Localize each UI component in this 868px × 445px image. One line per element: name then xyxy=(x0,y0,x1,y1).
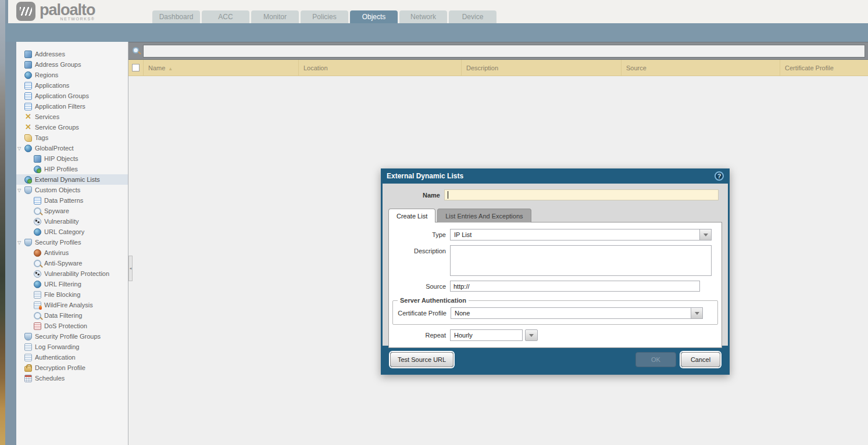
sidebar-item-service-groups[interactable]: Service Groups xyxy=(16,122,128,132)
dialog-tab-create-list[interactable]: Create List xyxy=(388,209,435,222)
column-header-certificate-profile[interactable]: Certificate Profile xyxy=(780,60,868,76)
certificate-profile-select[interactable]: None xyxy=(451,307,703,319)
sidebar-item-services[interactable]: Services xyxy=(16,112,128,122)
background-photo xyxy=(0,0,5,445)
sidebar-item-spyware[interactable]: Spyware xyxy=(16,206,128,216)
sidebar-item-decryption-profile[interactable]: Decryption Profile xyxy=(16,363,128,373)
sidebar-item-regions[interactable]: Regions xyxy=(16,70,128,80)
repeat-label: Repeat xyxy=(389,329,450,341)
source-label: Source xyxy=(389,281,450,292)
certificate-profile-dropdown-button[interactable] xyxy=(691,308,702,318)
external-dynamic-lists-icon xyxy=(24,176,32,184)
name-input[interactable] xyxy=(444,189,719,200)
sidebar-item-log-forwarding[interactable]: Log Forwarding xyxy=(16,342,128,352)
logo-text: paloalto xyxy=(40,2,95,18)
sidebar-item-globalprotect[interactable]: ▽GlobalProtect xyxy=(16,143,128,153)
data-patterns-icon xyxy=(34,197,41,204)
sidebar-item-label: DoS Protection xyxy=(44,322,87,329)
sidebar-item-wildfire-analysis[interactable]: WildFire Analysis xyxy=(16,300,128,310)
source-input[interactable]: http:// xyxy=(450,281,700,292)
sidebar-item-data-patterns[interactable]: Data Patterns xyxy=(16,195,128,206)
sidebar-item-application-filters[interactable]: Application Filters xyxy=(16,101,128,112)
sidebar-item-url-filtering[interactable]: URL Filtering xyxy=(16,279,128,289)
type-select[interactable]: IP List xyxy=(450,229,712,241)
sidebar-item-address-groups[interactable]: Address Groups xyxy=(16,59,128,70)
sidebar-item-file-blocking[interactable]: File Blocking xyxy=(16,289,128,300)
search-input[interactable] xyxy=(143,45,865,58)
tab-policies[interactable]: Policies xyxy=(301,10,348,23)
sidebar-item-label: Log Forwarding xyxy=(35,343,79,350)
sidebar-item-authentication[interactable]: Authentication xyxy=(16,352,128,363)
sidebar-item-addresses[interactable]: Addresses xyxy=(16,49,128,59)
expander-icon[interactable]: ▽ xyxy=(17,240,24,245)
column-header-description[interactable]: Description xyxy=(462,60,621,76)
tab-objects[interactable]: Objects xyxy=(350,10,398,23)
expander-icon[interactable]: ▽ xyxy=(17,188,24,193)
schedules-icon xyxy=(24,375,32,382)
sidebar-item-external-dynamic-lists[interactable]: External Dynamic Lists xyxy=(16,174,128,185)
repeat-dropdown-button[interactable] xyxy=(525,329,538,341)
select-all-cell xyxy=(128,60,144,76)
sidebar-item-antivirus[interactable]: Antivirus xyxy=(16,247,128,258)
expander-icon[interactable]: ▽ xyxy=(17,146,24,151)
logo-subtext: NETWORKS® xyxy=(40,17,95,21)
sidebar-collapse-handle[interactable]: ◂ xyxy=(128,256,133,281)
help-icon[interactable]: ? xyxy=(715,171,724,181)
sidebar-item-label: URL Category xyxy=(44,228,84,235)
sidebar-item-security-profiles[interactable]: ▽Security Profiles xyxy=(16,237,128,247)
column-header-name[interactable]: Name▲ xyxy=(144,60,299,76)
sidebar-item-vulnerability-protection[interactable]: Vulnerability Protection xyxy=(16,268,128,279)
hip-profiles-icon xyxy=(34,166,41,173)
description-textarea[interactable] xyxy=(450,245,712,276)
firewall-objects-page: paloalto NETWORKS® DashboardACCMonitorPo… xyxy=(0,0,868,445)
background-overlay xyxy=(5,0,16,445)
sidebar-item-security-profile-groups[interactable]: Security Profile Groups xyxy=(16,331,128,342)
sidebar-item-custom-objects[interactable]: ▽Custom Objects xyxy=(16,185,128,195)
create-list-panel: Type IP List Description Source http:// xyxy=(388,222,722,348)
description-label: Description xyxy=(389,245,450,276)
dialog-tab-list-entries-and-exceptions[interactable]: List Entries And Exceptions xyxy=(437,209,531,222)
sidebar-item-data-filtering[interactable]: Data Filtering xyxy=(16,310,128,321)
sidebar-item-applications[interactable]: Applications xyxy=(16,80,128,91)
globalprotect-icon xyxy=(24,145,32,152)
sidebar-item-tags[interactable]: Tags xyxy=(16,132,128,143)
tab-network[interactable]: Network xyxy=(399,10,447,23)
tab-device[interactable]: Device xyxy=(449,10,496,23)
sidebar-item-schedules[interactable]: Schedules xyxy=(16,373,128,383)
repeat-select[interactable]: Hourly xyxy=(450,329,523,341)
dialog-body: Name Create ListList Entries And Excepti… xyxy=(383,184,728,346)
vulnerability-icon xyxy=(34,218,41,225)
main-nav: DashboardACCMonitorPoliciesObjectsNetwor… xyxy=(152,10,496,23)
sidebar-item-label: Addresses xyxy=(35,51,65,58)
repeat-value: Hourly xyxy=(451,330,522,340)
type-dropdown-button[interactable] xyxy=(699,229,711,240)
tab-dashboard[interactable]: Dashboard xyxy=(152,10,200,23)
sidebar-item-url-category[interactable]: URL Category xyxy=(16,227,128,237)
test-source-url-button[interactable]: Test Source URL xyxy=(390,352,453,367)
tab-acc[interactable]: ACC xyxy=(202,10,249,23)
column-header-location[interactable]: Location xyxy=(299,60,462,76)
wildfire-analysis-icon xyxy=(34,302,41,309)
sidebar-item-label: Schedules xyxy=(35,375,65,382)
sidebar-item-vulnerability[interactable]: Vulnerability xyxy=(16,216,128,227)
sidebar-item-anti-spyware[interactable]: Anti-Spyware xyxy=(16,258,128,268)
sidebar-item-label: Vulnerability Protection xyxy=(44,270,109,277)
ok-button[interactable]: OK xyxy=(635,352,676,367)
services-icon xyxy=(24,113,32,121)
cancel-button[interactable]: Cancel xyxy=(681,352,720,367)
app-header: paloalto NETWORKS® DashboardACCMonitorPo… xyxy=(8,0,868,23)
sidebar-item-label: Address Groups xyxy=(35,61,81,68)
tab-monitor[interactable]: Monitor xyxy=(251,10,299,23)
security-profiles-icon xyxy=(24,239,32,246)
sidebar-item-hip-objects[interactable]: HIP Objects xyxy=(16,153,128,164)
select-all-checkbox[interactable] xyxy=(132,64,140,71)
sidebar-item-label: Applications xyxy=(35,82,69,89)
certificate-profile-label: Certificate Profile xyxy=(393,307,451,319)
sidebar-item-dos-protection[interactable]: DoS Protection xyxy=(16,321,128,331)
application-groups-icon xyxy=(24,92,32,100)
column-header-source[interactable]: Source xyxy=(621,60,780,76)
header-band xyxy=(5,23,868,42)
sidebar-item-hip-profiles[interactable]: HIP Profiles xyxy=(16,164,128,174)
certificate-profile-value: None xyxy=(451,308,691,318)
sidebar-item-application-groups[interactable]: Application Groups xyxy=(16,91,128,101)
